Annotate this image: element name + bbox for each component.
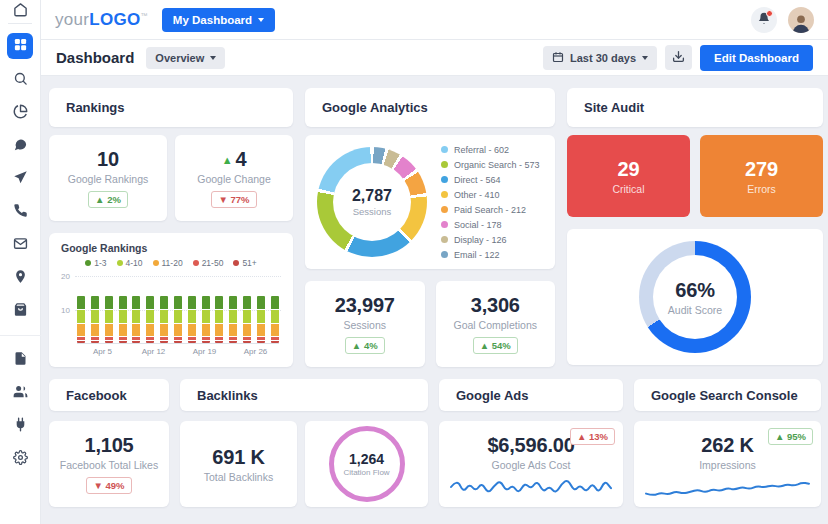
stat-label: Google Ads Cost xyxy=(492,459,571,471)
sidebar-item-campaigns[interactable] xyxy=(8,167,32,191)
stat-value: 279 xyxy=(745,158,778,180)
audit-score-value: 66% xyxy=(675,279,714,301)
section-title: Backlinks xyxy=(197,388,258,403)
backlinks-section-header: Backlinks xyxy=(180,379,428,411)
citation-flow-widget: 1,264 Citation Flow xyxy=(305,421,428,507)
dashboard-grid-icon xyxy=(13,37,28,56)
section-title: Facebook xyxy=(66,388,127,403)
sidebar-item-calls[interactable] xyxy=(8,200,32,224)
sidebar xyxy=(0,0,41,524)
my-dashboard-button[interactable]: My Dashboard xyxy=(162,8,275,32)
map-pin-icon xyxy=(13,269,28,288)
section-title: Rankings xyxy=(66,100,125,115)
search-console-group: Google Search Console ▲ 95% 262 K Impres… xyxy=(634,379,821,507)
google-rankings-widget: 10 Google Rankings ▲ 2% xyxy=(49,135,167,221)
document-icon xyxy=(13,351,28,370)
google-ads-sparkline xyxy=(449,474,613,500)
up-triangle-icon: ▲ xyxy=(222,154,233,166)
rankings-chart-legend: 1-34-1011-2021-5051+ xyxy=(61,258,281,268)
page-title: Dashboard xyxy=(56,49,134,66)
site-audit-section-header: Site Audit xyxy=(567,88,823,127)
legend-item: Email - 122 xyxy=(441,250,540,260)
google-change-widget: ▲4 Google Change ▼ 77% xyxy=(175,135,293,221)
stat-value: 1,105 xyxy=(84,434,133,456)
stat-label: Sessions xyxy=(343,319,386,331)
section-title: Google Ads xyxy=(456,388,528,403)
stacked-bar xyxy=(160,296,168,343)
edit-dashboard-button[interactable]: Edit Dashboard xyxy=(700,45,813,71)
shopping-bag-icon xyxy=(13,302,28,321)
download-report-button[interactable] xyxy=(665,45,692,70)
sidebar-item-chat[interactable] xyxy=(8,134,32,158)
plug-icon xyxy=(13,417,28,436)
stat-label: Errors xyxy=(747,183,776,195)
stacked-bar xyxy=(243,296,251,343)
change-badge: ▲ 54% xyxy=(473,337,518,354)
users-icon xyxy=(13,384,28,403)
stacked-bar xyxy=(271,296,279,343)
search-icon xyxy=(13,71,28,90)
sidebar-item-analytics[interactable] xyxy=(8,101,32,125)
stat-label: Facebook Total Likes xyxy=(60,459,158,471)
stat-label: Citation Flow xyxy=(343,468,389,477)
change-badge: ▲ 2% xyxy=(88,191,128,208)
change-badge: ▼ 77% xyxy=(211,191,256,208)
home-icon xyxy=(13,2,28,21)
stacked-bar xyxy=(77,296,85,343)
sidebar-item-team[interactable] xyxy=(8,381,32,405)
view-selector-dropdown[interactable]: Overview xyxy=(146,47,225,69)
rankings-bar-chart: 2010 xyxy=(61,276,281,344)
user-avatar[interactable] xyxy=(788,7,814,33)
critical-issues-tile: 29 Critical xyxy=(567,135,690,217)
sidebar-item-email[interactable] xyxy=(8,233,32,257)
section-title: Google Search Console xyxy=(651,388,798,403)
stat-value: 691 K xyxy=(212,446,264,468)
legend-item: 21-50 xyxy=(193,258,224,268)
donut-center: 2,787 Sessions xyxy=(333,163,411,241)
section-title: Site Audit xyxy=(584,100,644,115)
change-badge: ▲ 4% xyxy=(345,337,385,354)
chevron-down-icon xyxy=(642,56,648,60)
sidebar-item-dashboard[interactable] xyxy=(7,33,33,59)
logo: yourLOGO™ xyxy=(55,10,148,30)
sidebar-item-locations[interactable] xyxy=(8,266,32,290)
stacked-bar xyxy=(257,296,265,343)
paper-plane-icon xyxy=(13,170,28,189)
stat-value: ▲4 xyxy=(222,148,247,170)
date-range-dropdown[interactable]: Last 30 days xyxy=(543,46,657,70)
donut-center-value: 2,787 xyxy=(352,187,392,205)
stat-value: 29 xyxy=(618,158,640,180)
legend-item: 11-20 xyxy=(153,258,183,268)
notifications-button[interactable] xyxy=(751,7,777,33)
chart-title: Google Rankings xyxy=(61,242,281,254)
change-badge: ▲ 13% xyxy=(570,428,615,445)
stat-label: Goal Completions xyxy=(454,319,537,331)
stacked-bar xyxy=(146,296,154,343)
stacked-bar xyxy=(229,296,237,343)
sidebar-item-settings[interactable] xyxy=(8,447,32,471)
stat-value: 1,264 xyxy=(349,451,384,467)
sidebar-item-integrations[interactable] xyxy=(8,414,32,438)
bars xyxy=(77,276,279,344)
legend-item: Organic Search - 573 xyxy=(441,160,540,170)
stat-value: 10 xyxy=(97,148,119,170)
sidebar-item-search[interactable] xyxy=(8,68,32,92)
sidebar-divider xyxy=(0,335,41,336)
google-ads-section-header: Google Ads xyxy=(439,379,623,411)
ring-center: 66% Audit Score xyxy=(653,255,737,339)
impressions-widget: ▲ 95% 262 K Impressions xyxy=(634,421,821,507)
stat-label: Google Rankings xyxy=(68,173,149,185)
gear-icon xyxy=(13,450,28,469)
citation-flow-ring: 1,264 Citation Flow xyxy=(329,426,405,502)
stacked-bar xyxy=(132,296,140,343)
legend-item: Other - 410 xyxy=(441,190,540,200)
sidebar-item-reports[interactable] xyxy=(8,348,32,372)
facebook-likes-widget: 1,105 Facebook Total Likes ▼ 49% xyxy=(49,421,169,507)
stacked-bar xyxy=(188,296,196,343)
google-rankings-chart-widget: Google Rankings 1-34-1011-2021-5051+ 201… xyxy=(49,233,293,367)
legend-item: Referral - 602 xyxy=(441,145,540,155)
sidebar-item-store[interactable] xyxy=(8,299,32,323)
legend-item: Paid Search - 212 xyxy=(441,205,540,215)
x-axis-ticks: Apr 5Apr 12Apr 19Apr 26 xyxy=(77,347,281,356)
sidebar-item-home[interactable] xyxy=(8,0,32,24)
